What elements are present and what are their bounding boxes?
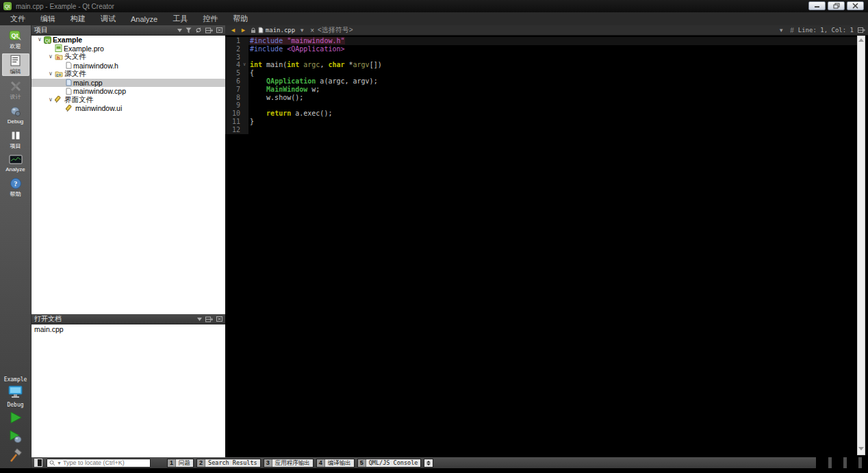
file-dropdown-icon[interactable]: ▼ bbox=[297, 27, 307, 34]
chevron-down-icon[interactable]: ∨ bbox=[36, 36, 44, 44]
tree-item-Example[interactable]: ∨QtExample bbox=[31, 36, 225, 44]
mode-label: Analyze bbox=[5, 166, 25, 172]
menu-item-4[interactable]: Analyze bbox=[123, 14, 165, 25]
close-panel-icon[interactable] bbox=[216, 316, 222, 322]
code-line-10: 10 return a.exec(); bbox=[225, 110, 857, 118]
fold-column bbox=[240, 126, 248, 134]
mode-design-mode[interactable]: 设计 bbox=[2, 79, 29, 101]
output-pane-4[interactable]: 4编译输出 bbox=[316, 459, 355, 468]
menu-item-5[interactable]: 工具 bbox=[165, 12, 195, 25]
code-line-3: 3 bbox=[225, 53, 857, 62]
kit-selector-button[interactable] bbox=[8, 385, 24, 400]
fold-marker-icon[interactable]: ∨ bbox=[240, 61, 248, 69]
split-editor-icon[interactable] bbox=[858, 27, 865, 34]
mode-edit-mode[interactable]: 编辑 bbox=[2, 53, 29, 76]
code-text bbox=[248, 101, 857, 110]
output-pane-5[interactable]: 5QML/JS Console bbox=[357, 459, 422, 468]
locator[interactable]: ▼ bbox=[47, 459, 151, 468]
output-pane-1[interactable]: 1问题 bbox=[167, 459, 194, 468]
menu-item-6[interactable]: 控件 bbox=[195, 12, 225, 25]
split-panel-icon[interactable] bbox=[205, 316, 213, 322]
file-icon bbox=[258, 27, 264, 34]
close-button[interactable] bbox=[847, 1, 864, 10]
tree-item-Example-pro[interactable]: Example.pro bbox=[31, 44, 225, 53]
menu-item-3[interactable]: 调试 bbox=[93, 12, 123, 25]
scroll-up-icon[interactable] bbox=[858, 38, 864, 42]
menu-item-1[interactable]: 编辑 bbox=[33, 12, 63, 25]
go-forward-icon[interactable]: ► bbox=[238, 27, 248, 34]
pane-label: 编译输出 bbox=[325, 459, 354, 467]
build-button[interactable] bbox=[8, 448, 23, 463]
run-icon bbox=[8, 410, 23, 425]
line-number: 1 bbox=[225, 37, 240, 45]
projects-panel-header: 项目 bbox=[31, 25, 225, 36]
code-line-1: 1#include "mainwindow.h" bbox=[225, 37, 857, 45]
line-number: 11 bbox=[225, 118, 240, 126]
tree-item-main-cpp[interactable]: main.cpp bbox=[31, 79, 225, 88]
mode-help-mode[interactable]: ?帮助 bbox=[2, 176, 29, 199]
split-panel-icon[interactable] bbox=[205, 27, 213, 34]
minimize-button[interactable] bbox=[808, 1, 826, 10]
go-back-icon[interactable]: ◄ bbox=[228, 27, 238, 34]
line-number: 4 bbox=[225, 61, 240, 69]
ui-pencil-icon bbox=[55, 96, 63, 103]
build-icon bbox=[8, 448, 23, 463]
tree-item-label: mainwindow.cpp bbox=[73, 87, 126, 95]
menu-bar: 文件编辑构建调试Analyze工具控件帮助 bbox=[0, 12, 868, 25]
pane-label: 应用程序输出 bbox=[272, 459, 313, 467]
chevron-down-icon[interactable]: ∨ bbox=[47, 96, 55, 104]
code-text: int main(int argc, char *argv[]) bbox=[248, 61, 857, 69]
open-documents-list: main.cpp bbox=[31, 324, 225, 457]
close-document-icon[interactable]: × bbox=[307, 27, 318, 34]
pane-number: 5 bbox=[358, 459, 366, 467]
tree-item-mainwindow-h[interactable]: mainwindow.h bbox=[31, 62, 225, 71]
menu-item-7[interactable]: 帮助 bbox=[225, 12, 255, 25]
menu-item-0[interactable]: 文件 bbox=[3, 12, 33, 25]
svg-text:Qt: Qt bbox=[45, 38, 50, 43]
mode-debug-mode[interactable]: Debug bbox=[2, 104, 29, 125]
symbol-selector[interactable]: <选择符号> bbox=[318, 25, 353, 35]
pane-updown-button[interactable] bbox=[424, 459, 433, 468]
tree-item-源文件[interactable]: ∨c+源文件 bbox=[31, 70, 225, 79]
bottom-bar: ▼ 1问题2Search Results3应用程序输出4编译输出5QML/JS … bbox=[31, 457, 816, 468]
filter-icon[interactable] bbox=[186, 27, 192, 34]
design-mode-icon bbox=[10, 80, 22, 92]
close-panel-icon[interactable] bbox=[216, 27, 222, 33]
editor-scrollbar[interactable] bbox=[857, 36, 865, 455]
toggle-sidebar-icon[interactable] bbox=[34, 459, 42, 467]
code-text: #include "mainwindow.h" bbox=[248, 37, 857, 45]
output-pane-2[interactable]: 2Search Results bbox=[196, 459, 261, 468]
tree-item-头文件[interactable]: ∨h头文件 bbox=[31, 53, 225, 62]
panel-dropdown-icon[interactable] bbox=[197, 318, 202, 321]
open-file-selector[interactable]: main.cpp bbox=[266, 27, 295, 34]
mode-welcome-qt[interactable]: Qt欢迎 bbox=[2, 28, 29, 51]
mode-projects-mode[interactable]: 项目 bbox=[2, 128, 29, 151]
panel-dropdown-icon[interactable] bbox=[177, 29, 182, 32]
tree-item-mainwindow-ui[interactable]: mainwindow.ui bbox=[31, 104, 225, 113]
line-number: 9 bbox=[225, 101, 240, 110]
open-document-item[interactable]: main.cpp bbox=[31, 324, 225, 333]
locator-input[interactable] bbox=[63, 459, 144, 466]
svg-text:Qt: Qt bbox=[11, 32, 18, 39]
fold-column bbox=[240, 101, 248, 110]
tree-item-界面文件[interactable]: ∨界面文件 bbox=[31, 96, 225, 105]
code-line-8: 8 w.show(); bbox=[225, 94, 857, 102]
sync-with-editor-icon[interactable] bbox=[195, 27, 202, 34]
code-editor[interactable]: 1#include "mainwindow.h"2#include <QAppl… bbox=[225, 36, 857, 457]
code-text: { bbox=[248, 69, 857, 77]
chevron-down-icon[interactable]: ∨ bbox=[47, 53, 55, 61]
output-pane-3[interactable]: 3应用程序输出 bbox=[264, 459, 314, 468]
title-bar: Qt main.cpp - Example - Qt Creator bbox=[0, 0, 868, 12]
chevron-down-icon[interactable]: ∨ bbox=[47, 70, 55, 78]
locator-dropdown-icon[interactable]: ▼ bbox=[57, 461, 62, 465]
menu-item-2[interactable]: 构建 bbox=[63, 12, 93, 25]
scroll-down-icon[interactable] bbox=[858, 447, 864, 450]
line-number: 6 bbox=[225, 77, 240, 86]
restore-button[interactable] bbox=[828, 1, 845, 10]
debug-run-button[interactable] bbox=[8, 429, 23, 444]
line-number: 3 bbox=[225, 53, 240, 62]
tree-item-mainwindow-cpp[interactable]: mainwindow.cpp bbox=[31, 87, 225, 96]
mode-analyze-mode[interactable]: Analyze bbox=[2, 153, 29, 173]
run-button[interactable] bbox=[8, 410, 23, 425]
symbol-dropdown-icon[interactable]: ▼ bbox=[776, 27, 786, 34]
